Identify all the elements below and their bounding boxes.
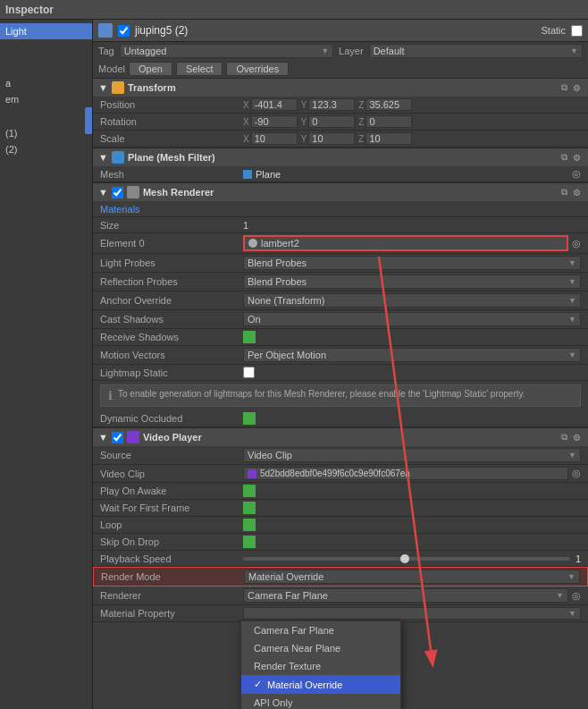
reflection-probes-select[interactable]: Blend Probes ▼: [243, 274, 581, 289]
mesh-renderer-toggle[interactable]: [112, 187, 123, 198]
sidebar-item-light[interactable]: Light: [0, 23, 92, 39]
anchor-override-select[interactable]: None (Transform) ▼: [243, 293, 581, 308]
wait-first-frame-label: Wait For First Frame: [100, 502, 243, 513]
reflection-probes-label: Reflection Probes: [100, 276, 243, 287]
receive-shadows-checkbox[interactable]: [243, 331, 256, 343]
element0-circle[interactable]: ◎: [572, 238, 581, 249]
wait-first-frame-checkbox[interactable]: [243, 502, 256, 514]
scale-y-input[interactable]: [308, 132, 355, 145]
mesh-filter-settings-icon[interactable]: ⚙: [571, 153, 583, 163]
rot-y-input[interactable]: [308, 115, 355, 128]
material-property-select[interactable]: ▼: [243, 607, 581, 620]
dropdown-camera-far-plane[interactable]: Camera Far Plane: [241, 621, 400, 639]
rot-z-input[interactable]: [365, 115, 412, 128]
dropdown-api-only[interactable]: API Only: [241, 694, 400, 709]
object-header: jiuping5 (2) Static: [93, 20, 588, 42]
video-player-copy-icon[interactable]: ⧉: [559, 432, 569, 443]
active-checkbox[interactable]: [118, 25, 130, 37]
source-label: Source: [100, 450, 243, 460]
dropdown-render-texture[interactable]: Render Texture: [241, 657, 400, 675]
model-row: Model Open Select Overrides: [93, 60, 588, 79]
mesh-value-text: Plane: [256, 169, 281, 180]
play-on-awake-checkbox[interactable]: [243, 485, 256, 497]
sidebar-item-2[interactable]: (2): [0, 141, 92, 157]
render-mode-dropdown: Camera Far Plane Camera Near Plane Rende…: [240, 620, 401, 709]
video-player-name: Video Player: [143, 432, 556, 443]
video-clip-value[interactable]: 5d2bdd8edbf0e499f6c0c9e90fc067ea: [243, 467, 568, 480]
transform-copy-icon[interactable]: ⧉: [559, 82, 569, 93]
layer-select[interactable]: Default ▼: [369, 44, 583, 58]
playback-speed-slider[interactable]: 1: [243, 553, 581, 564]
overrides-button[interactable]: Overrides: [226, 62, 289, 76]
element0-value[interactable]: lambert2: [243, 235, 568, 251]
rotation-label: Rotation: [100, 116, 243, 127]
loop-checkbox[interactable]: [243, 519, 256, 531]
motion-vectors-select[interactable]: Per Object Motion ▼: [243, 348, 581, 362]
layer-label: Layer: [339, 46, 364, 56]
transform-settings-icon[interactable]: ⚙: [571, 83, 583, 93]
lightmap-static-checkbox[interactable]: [243, 367, 255, 378]
dynamic-occluded-checkbox[interactable]: [243, 412, 256, 425]
scale-x-input[interactable]: [251, 132, 298, 145]
video-clip-circle[interactable]: ◎: [572, 468, 581, 479]
source-select[interactable]: Video Clip ▼: [243, 448, 581, 462]
light-probes-label: Light Probes: [100, 257, 243, 268]
skip-on-drop-label: Skip On Drop: [100, 536, 243, 547]
inspector-panel: jiuping5 (2) Static Tag Untagged ▼ Layer…: [93, 20, 588, 709]
scale-label: Scale: [100, 133, 243, 144]
mesh-circle[interactable]: ◎: [572, 168, 581, 180]
transform-icon: [112, 81, 124, 94]
transform-header[interactable]: ▼ Transform ⧉ ⚙: [93, 79, 588, 97]
position-label: Position: [100, 99, 243, 110]
render-mode-select[interactable]: Material Override ▼: [244, 570, 580, 584]
transform-section: ▼ Transform ⧉ ⚙ Position X Y: [93, 79, 588, 148]
static-checkbox[interactable]: [571, 25, 583, 37]
light-probes-row: Light Probes Blend Probes ▼: [93, 254, 588, 273]
mesh-renderer-header[interactable]: ▼ Mesh Renderer ⧉ ⚙: [93, 183, 588, 201]
video-player-settings-icon[interactable]: ⚙: [571, 433, 583, 443]
renderer-label: Renderer: [100, 590, 243, 601]
dropdown-camera-near-plane[interactable]: Camera Near Plane: [241, 639, 400, 657]
materials-label: Materials: [100, 204, 140, 215]
renderer-select[interactable]: Camera Far Plane ▼: [243, 588, 568, 603]
reflection-probes-row: Reflection Probes Blend Probes ▼: [93, 273, 588, 291]
video-player-toggle[interactable]: [112, 432, 123, 443]
lightmap-static-row: Lightmap Static: [93, 365, 588, 381]
pos-x-input[interactable]: [251, 98, 298, 111]
playback-speed-row: Playback Speed 1: [93, 551, 588, 567]
receive-shadows-row: Receive Shadows: [93, 329, 588, 346]
static-label: Static: [541, 25, 566, 36]
video-clip-text: 5d2bdd8edbf0e499f6c0c9e90fc067ea: [260, 468, 410, 478]
tag-select[interactable]: Untagged ▼: [120, 44, 333, 58]
info-icon: ℹ: [108, 389, 113, 402]
cast-shadows-select[interactable]: On ▼: [243, 312, 581, 326]
scale-z-input[interactable]: [365, 132, 412, 145]
renderer-circle[interactable]: ◎: [572, 590, 581, 602]
element0-text: lambert2: [261, 238, 299, 249]
mesh-renderer-settings-icon[interactable]: ⚙: [571, 188, 583, 198]
mesh-filter-header[interactable]: ▼ Plane (Mesh Filter) ⧉ ⚙: [93, 148, 588, 166]
mesh-renderer-name: Mesh Renderer: [143, 187, 556, 198]
render-mode-label: Render Mode: [101, 571, 244, 582]
dynamic-occluded-row: Dynamic Occluded: [93, 410, 588, 427]
select-button[interactable]: Select: [176, 62, 223, 76]
mesh-filter-copy-icon[interactable]: ⧉: [559, 152, 569, 163]
video-player-header[interactable]: ▼ Video Player ⧉ ⚙: [93, 428, 588, 446]
lightmap-info-box: ℹ To enable generation of lightmaps for …: [100, 384, 581, 407]
light-probes-select[interactable]: Blend Probes ▼: [243, 256, 581, 270]
open-button[interactable]: Open: [129, 62, 172, 76]
rot-x-input[interactable]: [251, 115, 298, 128]
mesh-renderer-section: ▼ Mesh Renderer ⧉ ⚙ Materials Size 1 Ele…: [93, 183, 588, 428]
sidebar-item-a[interactable]: a: [0, 75, 92, 91]
pos-y-input[interactable]: [308, 98, 355, 111]
inspector-title: Inspector: [5, 4, 54, 16]
skip-on-drop-checkbox[interactable]: [243, 536, 256, 548]
sidebar-item-em[interactable]: em: [0, 91, 92, 107]
sidebar-item-1[interactable]: (1): [0, 125, 92, 141]
pos-z-input[interactable]: [365, 98, 412, 111]
dropdown-material-override[interactable]: ✓ Material Override: [241, 675, 400, 694]
mesh-filter-section: ▼ Plane (Mesh Filter) ⧉ ⚙ Mesh Plane ◎: [93, 148, 588, 183]
mesh-renderer-copy-icon[interactable]: ⧉: [559, 187, 569, 198]
mesh-row: Mesh Plane ◎: [93, 166, 588, 182]
playback-speed-value: 1: [575, 553, 581, 564]
